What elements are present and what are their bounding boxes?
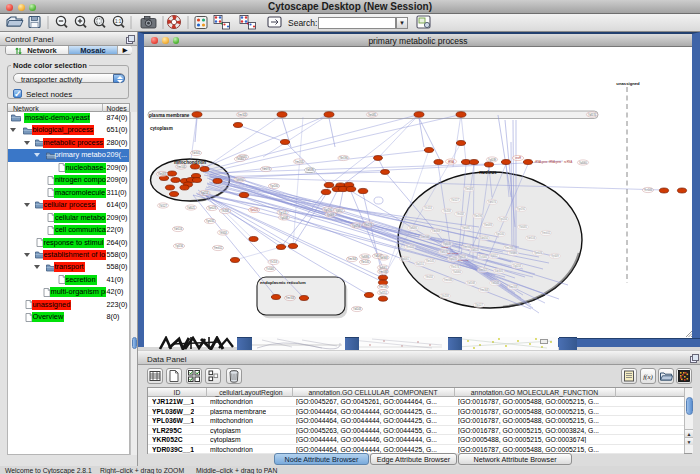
svg-text:f(x): f(x) xyxy=(643,373,653,381)
svg-text:Ypr026: Ypr026 xyxy=(208,206,217,210)
svg-text:Ydr050: Ydr050 xyxy=(480,236,489,240)
svg-text:Yer081: Yer081 xyxy=(462,226,471,230)
svg-text:snR45: snR45 xyxy=(442,246,450,249)
svg-text:Ycr105: Ycr105 xyxy=(644,188,653,192)
svg-text:Ypr020: Ypr020 xyxy=(250,208,259,212)
svg-text:Ymr205: Ymr205 xyxy=(504,246,514,250)
svg-text:Ybr196: Ybr196 xyxy=(474,214,483,218)
svg-text:Ydr516: Ydr516 xyxy=(174,227,183,231)
svg-text:Yer081: Yer081 xyxy=(368,113,377,117)
svg-text:Ykl060: Ykl060 xyxy=(509,251,517,255)
svg-text:Yol151: Yol151 xyxy=(416,262,424,266)
svg-text:Ymr318: Ymr318 xyxy=(508,285,518,289)
svg-text:Ydr341: Ydr341 xyxy=(192,151,201,155)
svg-text:RDN37-1: RDN37-1 xyxy=(305,171,316,174)
svg-text:Ybr196: Ybr196 xyxy=(339,156,348,160)
svg-text:Ygr240: Ygr240 xyxy=(270,184,279,188)
svg-text:Ybr083: Ybr083 xyxy=(158,172,167,176)
svg-text:Yjr009: Yjr009 xyxy=(327,213,335,217)
svg-text:Yfr053: Yfr053 xyxy=(425,275,433,279)
svg-text:Ydr368: Ydr368 xyxy=(379,256,388,260)
svg-text:plasma membrane: plasma membrane xyxy=(149,113,190,118)
svg-text:Ydl021: Ydl021 xyxy=(471,248,480,252)
svg-text:Ymr303: Ymr303 xyxy=(347,257,357,261)
svg-text:Ypl061: Ypl061 xyxy=(401,257,409,261)
svg-text:Ymr323: Ymr323 xyxy=(237,113,247,117)
svg-text:Ygr254: Ygr254 xyxy=(352,224,361,228)
svg-text:Ydr050: Ydr050 xyxy=(235,178,244,182)
svg-text:Ygl008: Ygl008 xyxy=(280,216,289,220)
svg-text:Ymr011: Ymr011 xyxy=(542,231,551,235)
svg-text:Ylr153: Ylr153 xyxy=(424,206,432,210)
svg-text:Yjr009: Yjr009 xyxy=(551,254,559,258)
svg-text:Ylr258: Ylr258 xyxy=(443,209,451,213)
svg-text:Yal060: Yal060 xyxy=(579,161,587,165)
svg-text:unassigned: unassigned xyxy=(616,81,640,86)
svg-text:Ydl174: Ydl174 xyxy=(588,113,597,117)
svg-text:Yfr053: Yfr053 xyxy=(219,231,227,235)
svg-text:Ylr258: Ylr258 xyxy=(221,209,229,213)
svg-text:Ydr341: Ydr341 xyxy=(495,269,504,273)
svg-text:Ymr083: Ymr083 xyxy=(378,270,388,274)
svg-text:Ydr516: Ydr516 xyxy=(527,236,536,240)
svg-text:Ymr169: Ymr169 xyxy=(378,285,388,289)
svg-text:Yjl052: Yjl052 xyxy=(490,254,498,258)
svg-text:Ymr205: Ymr205 xyxy=(294,160,304,164)
svg-text:Ygr254: Ygr254 xyxy=(499,217,508,221)
svg-text:snoR: snoR xyxy=(515,156,521,160)
svg-text:Ycr105: Ycr105 xyxy=(406,245,415,249)
svg-text:tL(UAA)C: tL(UAA)C xyxy=(458,259,469,262)
svg-text:Ydl021: Ydl021 xyxy=(187,206,196,210)
svg-text:tR(ACG)D: tR(ACG)D xyxy=(448,252,459,255)
svg-text:Ymr169: Ymr169 xyxy=(420,235,430,239)
svg-text:Ykl035: Ykl035 xyxy=(519,225,527,229)
svg-text:Yhr174: Yhr174 xyxy=(451,265,460,269)
svg-text:Ygr192: Ygr192 xyxy=(324,208,333,212)
svg-text:rRNA gene: rRNA gene xyxy=(535,160,548,164)
svg-text:Ymr083: Ymr083 xyxy=(443,278,453,282)
svg-text:Ymr323: Ymr323 xyxy=(478,268,488,272)
svg-text:Ykl127: Ykl127 xyxy=(451,198,459,202)
svg-text:tRNA: tRNA xyxy=(448,160,454,164)
svg-text:Ycl040: Ycl040 xyxy=(266,267,274,271)
svg-text:Yfr053: Yfr053 xyxy=(456,212,464,216)
svg-text:Ygl253: Ygl253 xyxy=(513,264,522,268)
svg-text:Yol086: Yol086 xyxy=(361,255,369,259)
svg-text:Ygl253: Ygl253 xyxy=(200,191,209,195)
svg-text:Ybr083: Ybr083 xyxy=(484,223,493,227)
svg-text:Ymr303: Ymr303 xyxy=(479,288,489,292)
svg-text:endoplasmic reticulum: endoplasmic reticulum xyxy=(260,280,306,285)
svg-text:Ydr368: Ydr368 xyxy=(432,229,441,233)
svg-text:Ykl127: Ykl127 xyxy=(475,303,483,307)
svg-text:Ykl127: Ykl127 xyxy=(159,204,167,208)
svg-text:ncRNA: ncRNA xyxy=(564,160,572,164)
svg-text:Ylr258: Ylr258 xyxy=(441,294,449,298)
svg-text:Ydl168: Ydl168 xyxy=(467,281,476,285)
svg-text:Ybr083: Ybr083 xyxy=(465,187,474,191)
svg-text:Ygl039: Ygl039 xyxy=(488,158,497,162)
svg-text:Ygl156: Ygl156 xyxy=(175,244,184,248)
svg-text:Ygr192: Ygr192 xyxy=(517,207,526,211)
svg-text:Ygr032: Ygr032 xyxy=(206,219,215,223)
svg-text:Ymr011: Ymr011 xyxy=(214,246,223,250)
svg-text:Ydr074: Ydr074 xyxy=(262,167,271,171)
svg-text:nucleus: nucleus xyxy=(479,170,497,175)
svg-text:Ydr074: Ydr074 xyxy=(488,200,497,204)
svg-text:Yal060: Yal060 xyxy=(453,270,461,274)
svg-text:tRNA gene: tRNA gene xyxy=(549,160,562,164)
svg-text:Yhr174: Yhr174 xyxy=(364,223,373,227)
svg-text:Ygr121: Ygr121 xyxy=(278,211,287,215)
svg-text:Ybr145: Ybr145 xyxy=(426,259,435,263)
svg-text:Ymr105: Ymr105 xyxy=(176,165,186,169)
svg-text:Ypr026: Ypr026 xyxy=(534,251,543,255)
svg-text:Yol086: Yol086 xyxy=(409,226,417,230)
svg-text:Ybr145: Ybr145 xyxy=(361,260,370,264)
svg-text:Ylr153: Ylr153 xyxy=(270,260,278,264)
svg-text:Ydl243: Ydl243 xyxy=(353,307,362,311)
svg-text:Ycl040: Ycl040 xyxy=(479,255,487,259)
svg-text:cytoplasm: cytoplasm xyxy=(150,126,173,131)
svg-text:Ymr318: Ymr318 xyxy=(285,296,295,300)
svg-text:Yol151: Yol151 xyxy=(379,291,387,295)
svg-text:Ydl243: Ydl243 xyxy=(491,281,500,285)
svg-text:Yjl052: Yjl052 xyxy=(335,209,343,213)
